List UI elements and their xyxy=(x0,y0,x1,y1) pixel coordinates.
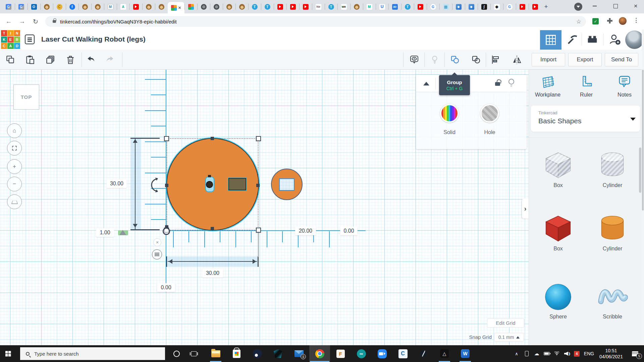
browser-tab-translate[interactable] xyxy=(15,0,28,13)
shape-item-cylinder-hole[interactable]: Cylinder xyxy=(597,150,628,188)
tray-onedrive-icon[interactable] xyxy=(532,345,542,362)
taskbar-app-fusion-360[interactable] xyxy=(330,345,351,362)
scale-handle-top[interactable] xyxy=(211,137,214,140)
browser-tab-youtube[interactable] xyxy=(529,0,541,13)
scale-handle-bottom[interactable] xyxy=(211,227,214,230)
redo-icon[interactable] xyxy=(105,55,115,65)
tinkercad-logo[interactable]: TINKERCAD xyxy=(1,30,20,49)
shape-item-box-hole[interactable]: Box xyxy=(543,150,574,188)
extensions-puzzle-icon[interactable] xyxy=(607,18,612,23)
taskbar-app-arduino[interactable] xyxy=(351,345,372,362)
ruler-tool[interactable]: Ruler xyxy=(570,74,602,98)
browser-tab-monkey[interactable] xyxy=(142,0,155,13)
browser-tab-youtube[interactable] xyxy=(274,0,286,13)
browser-tab-integral[interactable] xyxy=(478,0,490,13)
taskbar-app-file-explorer[interactable] xyxy=(205,345,226,362)
design-canvas[interactable]: TOP ⌂ + − xyxy=(0,70,529,345)
home-view-button[interactable]: ⌂ xyxy=(7,123,22,138)
origin-x-label[interactable]: 0.00 xyxy=(340,227,358,235)
perspective-button[interactable] xyxy=(7,194,22,209)
scale-handle-right[interactable] xyxy=(256,184,260,187)
brick-icon[interactable] xyxy=(585,33,599,46)
zoom-in-button[interactable]: + xyxy=(7,159,22,174)
close-tab-icon[interactable] xyxy=(178,6,181,10)
browser-tab-tcircle[interactable] xyxy=(248,0,261,13)
browser-tab-tcircle[interactable] xyxy=(261,0,274,13)
duplicate-icon[interactable] xyxy=(45,55,55,65)
plane-height-label[interactable]: 1.00 xyxy=(96,228,114,237)
selection-box[interactable] xyxy=(167,138,258,230)
browser-tab-medium[interactable] xyxy=(363,0,376,13)
browser-tab-monkey[interactable] xyxy=(78,0,91,13)
browser-tab-hexagon[interactable] xyxy=(104,0,117,13)
window-maximize-button[interactable] xyxy=(608,0,623,12)
collapse-panel-icon[interactable] xyxy=(423,82,429,85)
properties-list-icon[interactable] xyxy=(25,35,35,44)
browser-tab-google[interactable] xyxy=(427,0,439,13)
shape-item-scribble[interactable]: Scribble xyxy=(597,282,628,320)
scale-handle-top-left[interactable] xyxy=(164,136,169,141)
minecraft-pickaxe-icon[interactable] xyxy=(565,33,579,46)
browser-tab-youtube[interactable] xyxy=(414,0,427,13)
export-button[interactable]: Export xyxy=(568,53,602,66)
browser-tab-youtube[interactable] xyxy=(299,0,312,13)
taskbar-app-mail[interactable]: 1 xyxy=(288,345,309,362)
task-view-button[interactable] xyxy=(188,348,200,360)
browser-tab-monkey[interactable] xyxy=(350,0,363,13)
browser-tab-google[interactable] xyxy=(503,0,516,13)
url-omnibox[interactable]: tinkercad.com/things/boVNGaqN3Y8-epic-ha… xyxy=(45,16,586,27)
shape-library-select[interactable]: Tinkercad Basic Shapes xyxy=(531,106,640,132)
square-hole[interactable] xyxy=(279,178,294,191)
browser-tab-outlook[interactable] xyxy=(28,0,40,13)
import-button[interactable]: Import xyxy=(532,53,565,66)
browser-tab-tinkergrid[interactable] xyxy=(184,0,197,13)
hide-bulb-icon[interactable] xyxy=(508,79,514,84)
dimension-height-label[interactable]: 30.00 xyxy=(107,179,127,188)
scale-handle-left[interactable] xyxy=(165,184,168,187)
browser-tab-monkey[interactable] xyxy=(223,0,235,13)
taskbar-clock[interactable]: 10:51 04/06/2021 xyxy=(596,348,626,360)
browser-tab-tcircle[interactable] xyxy=(325,0,337,13)
page-scrollbar-thumb[interactable] xyxy=(642,70,644,210)
scale-handle-bottom-right[interactable] xyxy=(256,228,261,233)
shape-item-cylinder[interactable]: Cylinder xyxy=(597,214,628,252)
reload-icon[interactable]: ↻ xyxy=(31,17,40,26)
align-icon[interactable] xyxy=(490,55,500,65)
show-all-icon[interactable] xyxy=(409,55,419,65)
mirror-icon[interactable] xyxy=(512,55,522,65)
browser-tab-ublue[interactable] xyxy=(376,0,388,13)
back-icon[interactable]: ← xyxy=(4,17,13,26)
dimension-width-label[interactable]: 30.00 xyxy=(202,268,223,278)
copy-icon[interactable] xyxy=(5,55,15,65)
workplane-tool[interactable]: Workplane xyxy=(532,74,564,98)
browser-menu-icon[interactable]: ⋮ xyxy=(633,17,639,24)
browser-tab-monkey[interactable] xyxy=(155,0,168,13)
tray-volume-icon[interactable]: )) xyxy=(562,345,572,362)
browser-tab-facebook[interactable] xyxy=(66,0,78,13)
browser-tab-tcircle[interactable] xyxy=(401,0,414,13)
tray-wifi-icon[interactable] xyxy=(552,345,562,362)
bookmark-star-icon[interactable]: ☆ xyxy=(576,18,581,25)
action-center-button[interactable]: 5 xyxy=(626,345,644,362)
tray-chevron-up-icon[interactable] xyxy=(512,345,522,362)
browser-tab-active[interactable] xyxy=(168,2,184,13)
browser-tab-we[interactable] xyxy=(337,0,350,13)
browser-tab-monkey[interactable] xyxy=(235,0,248,13)
cortana-button[interactable] xyxy=(170,348,182,360)
notes-tool[interactable]: Notes xyxy=(608,74,641,98)
rotate-handle-icon[interactable] xyxy=(149,176,161,194)
taskbar-app-cura[interactable] xyxy=(392,345,413,362)
shape-item-sphere[interactable]: Sphere xyxy=(543,282,574,320)
add-user-icon[interactable] xyxy=(608,33,622,46)
send-to-button[interactable]: Send To xyxy=(605,53,638,66)
lock-icon[interactable] xyxy=(495,82,500,86)
start-button[interactable] xyxy=(0,345,16,362)
browser-tab-cura[interactable] xyxy=(465,0,478,13)
sidebar-collapse-tab[interactable]: › xyxy=(522,198,529,219)
spacing-label[interactable]: 20.00 xyxy=(295,227,316,235)
tab-search-button[interactable] xyxy=(574,3,582,11)
browser-tab-youtube[interactable] xyxy=(286,0,299,13)
browser-profile-avatar[interactable] xyxy=(619,17,627,25)
taskbar-app-slicer[interactable] xyxy=(434,345,455,362)
edit-grid-button[interactable]: Edit Grid xyxy=(487,318,524,327)
